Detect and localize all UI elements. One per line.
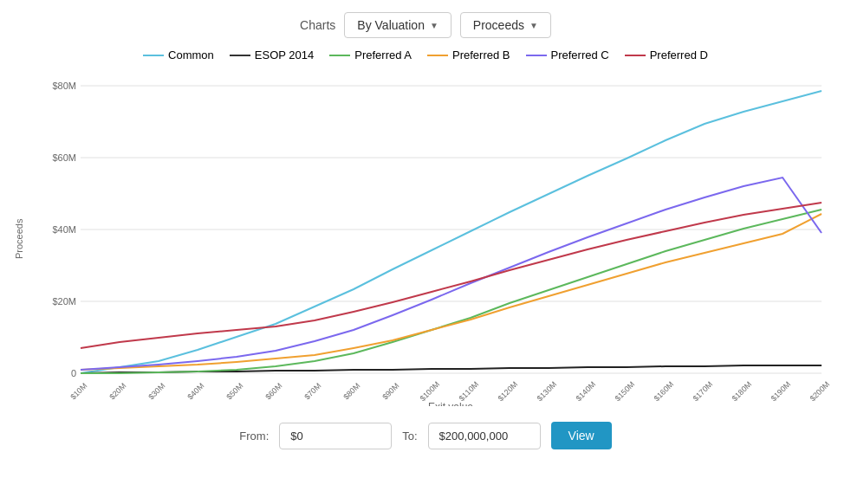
legend-item-preferred-d: Preferred D [625,48,708,61]
chart-svg: $80M $60M $40M $20M 0 $10M $20M $30M $40… [33,68,830,406]
svg-text:Exit value: Exit value [428,401,473,406]
svg-text:$20M: $20M [52,296,76,307]
svg-text:$20M: $20M [107,381,127,401]
line-preferred-c [81,178,822,370]
view-button[interactable]: View [551,422,612,449]
svg-text:$60M: $60M [263,381,283,401]
svg-text:$50M: $50M [224,381,244,401]
by-valuation-dropdown[interactable]: By Valuation ▼ [344,12,451,38]
legend-label-preferred-d: Preferred D [650,48,708,61]
svg-text:$90M: $90M [380,381,400,401]
svg-text:$60M: $60M [52,152,76,163]
legend-label-common: Common [168,48,214,61]
legend-item-esop2014: ESOP 2014 [230,48,314,61]
svg-text:$100M: $100M [419,380,442,404]
proceeds-label: Proceeds [473,18,524,32]
svg-text:$150M: $150M [614,380,637,404]
legend-item-preferred-b: Preferred B [427,48,510,61]
svg-text:$140M: $140M [575,380,598,404]
legend-line-common [143,55,164,56]
chevron-down-icon: ▼ [529,21,538,30]
svg-text:$10M: $10M [68,381,88,401]
svg-text:$110M: $110M [458,380,481,404]
svg-text:$130M: $130M [536,380,559,404]
to-label: To: [402,430,417,443]
svg-text:$40M: $40M [185,381,205,401]
line-common [81,91,822,373]
svg-text:$180M: $180M [731,380,754,404]
svg-text:$80M: $80M [341,381,361,401]
legend-label-preferred-b: Preferred B [452,48,510,61]
svg-text:$70M: $70M [302,381,322,401]
chevron-down-icon: ▼ [430,21,438,30]
proceeds-dropdown[interactable]: Proceeds ▼ [460,12,551,38]
svg-text:$30M: $30M [146,381,166,401]
legend-line-preferred-a [329,55,350,56]
svg-text:$200M: $200M [809,380,830,404]
chart-legend: Common ESOP 2014 Preferred A Preferred B… [143,45,708,68]
to-input[interactable] [428,423,541,449]
svg-text:$40M: $40M [52,224,76,235]
svg-text:$160M: $160M [653,380,676,404]
svg-text:$80M: $80M [52,81,76,91]
legend-line-preferred-d [625,55,646,56]
bottom-controls: From: To: View [239,410,611,449]
from-label: From: [239,430,269,443]
legend-item-preferred-c: Preferred C [526,48,609,61]
svg-text:0: 0 [71,368,76,378]
y-axis-label: Proceeds [14,68,31,410]
svg-text:$120M: $120M [497,380,520,404]
legend-item-preferred-a: Preferred A [329,48,412,61]
from-input[interactable] [279,423,392,449]
chart-inner: $80M $60M $40M $20M 0 $10M $20M $30M $40… [33,68,837,410]
svg-text:$190M: $190M [770,380,793,404]
charts-label: Charts [300,18,335,32]
legend-line-preferred-c [526,55,547,56]
legend-label-preferred-a: Preferred A [354,48,412,61]
legend-item-common: Common [143,48,214,61]
legend-line-esop2014 [230,55,250,56]
line-preferred-d [81,203,822,348]
svg-text:$170M: $170M [692,380,715,404]
legend-line-preferred-b [427,55,448,56]
legend-label-preferred-c: Preferred C [551,48,609,61]
by-valuation-label: By Valuation [357,18,425,32]
chart-area: Proceeds $80M $60M $40M $20M 0 [14,68,837,410]
legend-label-esop2014: ESOP 2014 [255,48,314,61]
